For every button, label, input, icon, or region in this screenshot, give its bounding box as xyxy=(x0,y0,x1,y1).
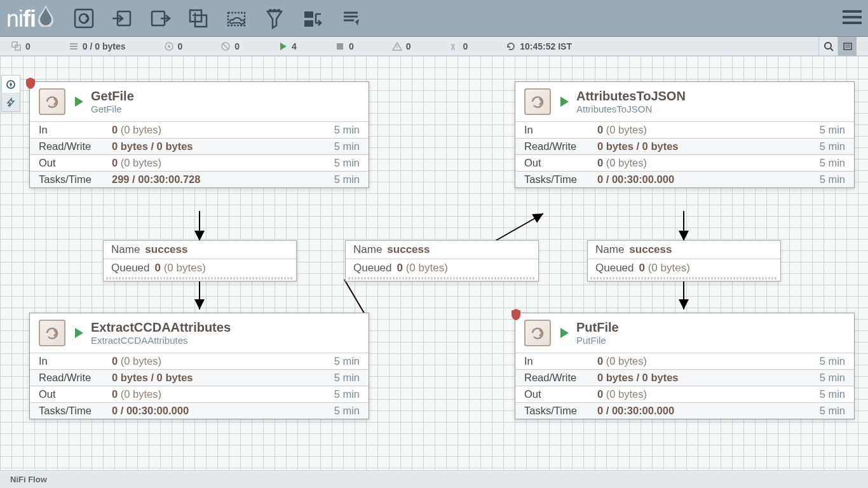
processor-title: PutFile xyxy=(576,320,619,335)
play-icon xyxy=(559,95,570,108)
svg-rect-0 xyxy=(75,10,93,27)
queue-gauge xyxy=(590,277,778,280)
processor-type: PutFile xyxy=(576,335,619,346)
svg-rect-11 xyxy=(304,20,313,27)
add-process-group-button[interactable] xyxy=(185,5,212,32)
global-menu-button[interactable] xyxy=(843,9,862,28)
svg-rect-14 xyxy=(843,22,862,24)
processor-putfile[interactable]: PutFile PutFile In0 (0 bytes)5 min Read/… xyxy=(515,313,855,419)
shield-icon xyxy=(25,77,36,90)
queue-gauge xyxy=(348,277,536,280)
status-disabled: 0 xyxy=(449,41,468,51)
processor-title: AttributesToJSON xyxy=(576,89,686,104)
svg-line-33 xyxy=(344,280,365,315)
connection-1[interactable]: Namesuccess Queued0 (0 bytes) xyxy=(103,240,297,281)
connection-2[interactable]: Namesuccess Queued0 (0 bytes) xyxy=(345,240,539,281)
breadcrumb[interactable]: NiFi Flow xyxy=(0,470,868,488)
add-remote-group-button[interactable] xyxy=(223,5,250,32)
processor-attrjson[interactable]: AttributesToJSON AttributesToJSON In0 (0… xyxy=(515,81,855,188)
play-icon xyxy=(73,327,85,339)
play-icon xyxy=(73,95,85,108)
nifi-logo: nifi xyxy=(6,4,55,32)
status-stopped: 0 xyxy=(335,41,354,51)
search-button[interactable] xyxy=(818,37,837,56)
connection-3[interactable]: Namesuccess Queued0 (0 bytes) xyxy=(587,240,781,281)
queue-gauge xyxy=(106,277,294,280)
shield-icon xyxy=(510,308,522,321)
processor-title: ExtractCCDAAttributes xyxy=(91,320,231,335)
processor-icon xyxy=(524,320,551,346)
svg-point-26 xyxy=(825,43,831,49)
operate-button[interactable] xyxy=(2,93,20,111)
svg-line-23 xyxy=(222,43,229,50)
processor-title: GetFile xyxy=(91,89,134,104)
processor-type: GetFile xyxy=(91,104,134,114)
status-not-transmitting: 0 xyxy=(220,41,240,51)
svg-rect-15 xyxy=(12,42,17,47)
play-icon xyxy=(559,327,570,339)
bulletin-button[interactable] xyxy=(837,37,857,56)
svg-rect-28 xyxy=(844,43,851,50)
operate-palette xyxy=(1,75,20,112)
processor-extract[interactable]: ExtractCCDAAttributes ExtractCCDAAttribu… xyxy=(29,313,369,419)
svg-rect-12 xyxy=(843,10,862,13)
svg-rect-13 xyxy=(843,16,862,18)
add-output-port-button[interactable] xyxy=(147,5,173,32)
svg-rect-10 xyxy=(304,11,313,18)
processor-icon xyxy=(524,88,551,115)
processor-type: ExtractCCDAAttributes xyxy=(91,335,231,346)
svg-rect-16 xyxy=(15,45,20,50)
add-template-button[interactable] xyxy=(299,5,326,32)
add-label-button[interactable] xyxy=(337,5,364,32)
processor-icon xyxy=(39,320,65,346)
status-running: 4 xyxy=(278,41,297,51)
add-processor-button[interactable] xyxy=(71,5,97,32)
processor-getfile[interactable]: GetFile GetFile In0 (0 bytes)5 min Read/… xyxy=(29,81,369,188)
status-refresh: 10:45:52 IST xyxy=(506,41,572,51)
svg-line-27 xyxy=(831,48,833,51)
navigate-button[interactable] xyxy=(2,76,20,93)
svg-line-34 xyxy=(493,214,543,242)
flow-canvas[interactable]: GetFile GetFile In0 (0 bytes)5 min Read/… xyxy=(0,56,868,470)
svg-rect-24 xyxy=(337,43,343,50)
add-input-port-button[interactable] xyxy=(109,5,135,32)
status-queued: 0 / 0 bytes xyxy=(69,41,126,51)
status-transmitting: 0 xyxy=(164,41,183,51)
status-groups: 0 xyxy=(11,41,31,51)
drop-icon xyxy=(37,4,55,27)
top-toolbar: nifi xyxy=(0,0,868,37)
svg-point-21 xyxy=(168,45,170,48)
status-invalid: 0 xyxy=(392,41,411,51)
status-bar: 0 0 / 0 bytes 0 0 4 0 0 0 10:45:52 IST xyxy=(0,37,868,56)
processor-icon xyxy=(39,88,65,115)
processor-type: AttributesToJSON xyxy=(576,104,686,114)
add-funnel-button[interactable] xyxy=(261,5,288,32)
